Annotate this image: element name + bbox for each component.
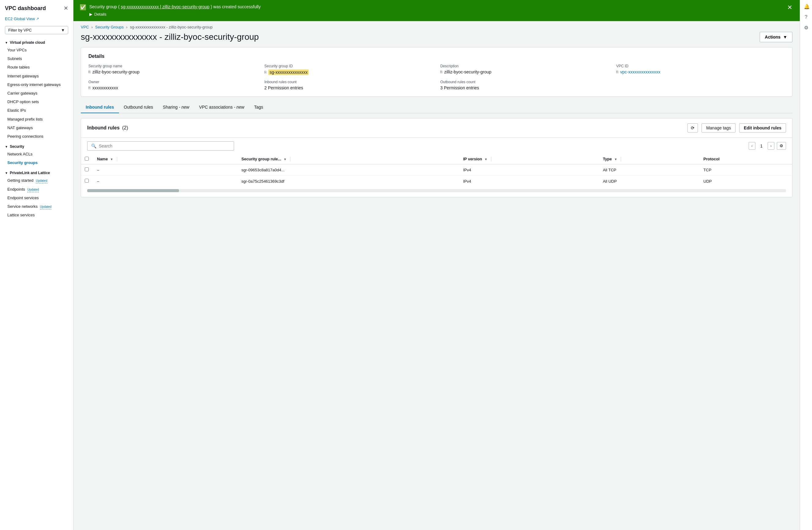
manage-tags-button[interactable]: Manage tags: [701, 123, 736, 132]
detail-value: ⎘ sg-xxxxxxxxxxxxxxx: [264, 70, 433, 75]
success-banner: ✅ Security group ( sg-xxxxxxxxxxxxxxx | …: [73, 0, 800, 21]
sidebar-item-carrier-gateways[interactable]: Carrier gateways: [0, 89, 73, 98]
sidebar-item-dhcp[interactable]: DHCP option sets: [0, 98, 73, 106]
help-icon[interactable]: ?: [802, 13, 810, 21]
tab-vpc-associations[interactable]: VPC associations - new: [194, 102, 249, 113]
search-input[interactable]: [99, 144, 230, 148]
search-box[interactable]: 🔍: [87, 141, 234, 151]
sg-id-value: sg-xxxxxxxxxxxxxxx: [268, 70, 309, 75]
banner-details-toggle[interactable]: ▶ Details: [89, 11, 783, 17]
sort-icon: ▼: [284, 158, 287, 161]
horizontal-scrollbar-row: [81, 187, 792, 197]
nav-section-privatelink: ▼ PrivateLink and Lattice: [0, 167, 73, 176]
sidebar-item-peering[interactable]: Peering connections: [0, 132, 73, 141]
tab-sharing[interactable]: Sharing - new: [158, 102, 194, 113]
sidebar-close-button[interactable]: ✕: [64, 5, 68, 12]
sidebar-item-elastic-ips[interactable]: Elastic IPs: [0, 106, 73, 115]
details-card-title: Details: [88, 54, 785, 59]
th-protocol[interactable]: Protocol: [700, 154, 792, 164]
th-checkbox: [81, 154, 93, 164]
row-protocol: TCP: [700, 164, 792, 176]
sidebar: VPC dashboard ✕ EC2 Global View ↗ Filter…: [0, 0, 73, 530]
sort-icon: ▼: [484, 158, 488, 161]
filter-vpc-dropdown[interactable]: Filter by VPC ▼: [5, 26, 68, 34]
detail-label: Description: [440, 64, 609, 68]
row-checkbox[interactable]: [85, 179, 89, 183]
detail-inbound-count: Inbound rules count 2 Permission entries: [264, 80, 433, 90]
notification-icon[interactable]: 🔔: [802, 2, 810, 11]
banner-link[interactable]: sg-xxxxxxxxxxxxxxx | zilliz-byoc-securit…: [121, 4, 209, 9]
settings-icon[interactable]: ⚙: [802, 24, 810, 32]
breadcrumb-vpc[interactable]: VPC: [81, 25, 89, 29]
edit-inbound-rules-button[interactable]: Edit inbound rules: [739, 123, 786, 132]
actions-button[interactable]: Actions ▼: [760, 32, 793, 42]
nav-section-privatelink-title[interactable]: ▼ PrivateLink and Lattice: [5, 171, 68, 175]
sidebar-item-service-networks[interactable]: Service networks Updated: [0, 202, 73, 211]
tab-inbound-rules[interactable]: Inbound rules: [81, 102, 119, 113]
th-name[interactable]: Name ▼: [93, 154, 238, 164]
prev-page-button[interactable]: ‹: [749, 142, 755, 149]
th-ip-version[interactable]: IP version ▼: [460, 154, 599, 164]
nav-section-security-title[interactable]: ▼ Security: [5, 144, 68, 149]
rules-header: Inbound rules (2) ⟳ Manage tags Edit inb…: [81, 118, 792, 138]
nav-section-vpc-title[interactable]: ▼ Virtual private cloud: [5, 40, 68, 45]
sidebar-item-egress-gateways[interactable]: Egress-only internet gateways: [0, 81, 73, 89]
row-checkbox-cell: [81, 164, 93, 176]
rules-title: Inbound rules (2): [87, 125, 684, 131]
sidebar-item-endpoints[interactable]: Endpoints Updated: [0, 185, 73, 194]
sidebar-item-internet-gateways[interactable]: Internet gateways: [0, 72, 73, 81]
copy-icon[interactable]: ⎘: [440, 70, 443, 74]
detail-label: Owner: [88, 80, 257, 84]
details-card: Details Security group name ⎘ zilliz-byo…: [81, 47, 793, 97]
banner-close-button[interactable]: ✕: [786, 4, 794, 11]
sidebar-item-prefix-lists[interactable]: Managed prefix lists: [0, 115, 73, 124]
sidebar-item-getting-started[interactable]: Getting started Updated: [0, 176, 73, 185]
sidebar-item-lattice-services[interactable]: Lattice services: [0, 211, 73, 219]
sidebar-item-route-tables[interactable]: Route tables: [0, 63, 73, 72]
row-protocol: UDP: [700, 176, 792, 187]
next-page-button[interactable]: ›: [768, 142, 774, 149]
th-type[interactable]: Type ▼: [599, 154, 700, 164]
vpc-id-link[interactable]: vpc-xxxxxxxxxxxxxxx: [620, 70, 660, 74]
sort-icon: ▼: [110, 158, 113, 161]
detail-sg-name: Security group name ⎘ zilliz-byoc-securi…: [88, 64, 257, 75]
copy-icon[interactable]: ⎘: [88, 70, 90, 74]
th-rule-id[interactable]: Security group rule... ▼: [238, 154, 460, 164]
page-content-area: VPC › Security Groups › sg-xxxxxxxxxxxxx…: [73, 21, 800, 530]
page-title-row: sg-xxxxxxxxxxxxxxx - zilliz-byoc-securit…: [73, 32, 800, 47]
horizontal-scrollbar[interactable]: [87, 189, 786, 192]
tab-outbound-rules[interactable]: Outbound rules: [119, 102, 158, 113]
copy-icon[interactable]: ⎘: [88, 86, 90, 90]
sidebar-item-your-vpcs[interactable]: Your VPCs: [0, 46, 73, 55]
sidebar-item-nat-gateways[interactable]: NAT gateways: [0, 124, 73, 132]
breadcrumb-separator-2: ›: [126, 25, 127, 29]
sidebar-item-subnets[interactable]: Subnets: [0, 55, 73, 63]
row-rule-id: sgr-0a75c25461369c3df: [238, 176, 460, 187]
refresh-button[interactable]: ⟳: [687, 123, 698, 132]
sidebar-title: VPC dashboard: [5, 5, 46, 12]
row-checkbox[interactable]: [85, 167, 89, 171]
sidebar-item-endpoint-services[interactable]: Endpoint services: [0, 194, 73, 202]
detail-value: ⎘ xxxxxxxxxxxx: [88, 85, 257, 90]
detail-outbound-count: Outbound rules count 3 Permission entrie…: [440, 80, 609, 90]
updated-badge: Updated: [40, 205, 52, 209]
scrollbar-thumb[interactable]: [87, 189, 179, 192]
chevron-icon: ▼: [5, 41, 8, 44]
detail-label: Security group name: [88, 64, 257, 68]
copy-icon[interactable]: ⎘: [616, 70, 618, 74]
sidebar-header: VPC dashboard ✕: [0, 0, 73, 14]
copy-icon[interactable]: ⎘: [264, 70, 266, 74]
tab-tags[interactable]: Tags: [249, 102, 268, 113]
breadcrumb-security-groups[interactable]: Security Groups: [95, 25, 124, 29]
detail-value: ⎘ zilliz-byoc-security-group: [440, 70, 609, 74]
row-ip-version: IPv4: [460, 164, 599, 176]
sidebar-item-security-groups[interactable]: Security groups: [0, 158, 73, 167]
table-header-row: Name ▼ Security group rule... ▼ IP versi…: [81, 154, 792, 164]
table-settings-button[interactable]: ⚙: [777, 142, 786, 149]
select-all-checkbox[interactable]: [85, 157, 89, 161]
sidebar-item-network-acls[interactable]: Network ACLs: [0, 150, 73, 158]
search-row: 🔍 ‹ 1 › ⚙: [81, 138, 792, 154]
updated-badge: Updated: [27, 188, 39, 192]
row-type: All TCP: [599, 164, 700, 176]
ec2-global-view-link[interactable]: EC2 Global View ↗: [0, 14, 73, 24]
